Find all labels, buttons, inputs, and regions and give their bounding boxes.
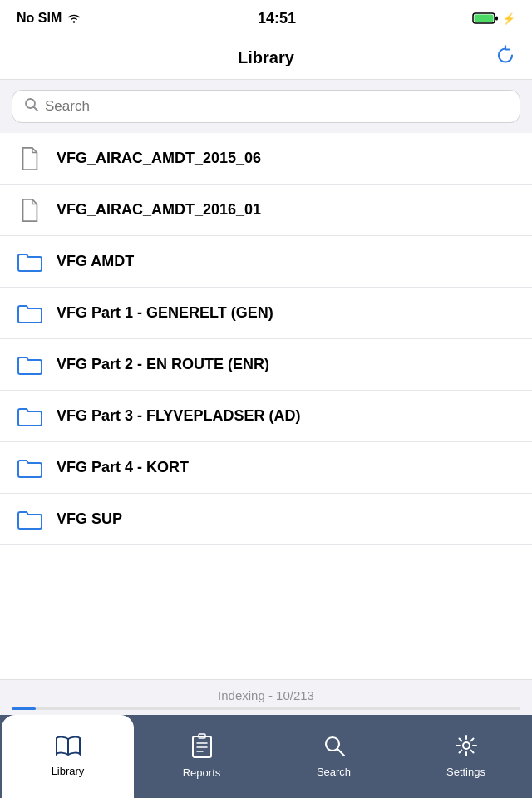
wifi-icon (66, 12, 81, 24)
tab-search[interactable]: Search (268, 715, 400, 798)
list-item[interactable]: VFG_AIRAC_AMDT_2016_01 (0, 185, 532, 236)
list-item[interactable]: VFG AMDT (0, 236, 532, 288)
indexing-text: Indexing - 10/213 (12, 688, 520, 702)
tab-settings[interactable]: Settings (400, 715, 532, 798)
tab-search-label: Search (317, 766, 351, 778)
list-item[interactable]: VFG_AIRAC_AMDT_2015_06 (0, 133, 532, 185)
main-content: VFG_AIRAC_AMDT_2015_06 VFG_AIRAC_AMDT_20… (0, 80, 532, 715)
reports-icon (191, 733, 213, 762)
refresh-button[interactable] (494, 43, 517, 72)
folder-icon (15, 457, 45, 479)
svg-rect-3 (495, 17, 498, 21)
search-tab-icon (323, 734, 346, 761)
list-item[interactable]: VFG Part 2 - EN ROUTE (ENR) (0, 339, 532, 391)
svg-line-13 (337, 749, 344, 756)
refresh-icon (494, 43, 517, 66)
tab-library[interactable]: Library (2, 715, 134, 798)
search-bar (12, 90, 520, 123)
status-time: 14:51 (258, 10, 296, 27)
tab-reports-label: Reports (183, 766, 221, 779)
search-container (0, 80, 532, 133)
svg-point-14 (463, 742, 470, 749)
item-label: VFG Part 4 - KORT (57, 459, 189, 476)
library-icon (55, 735, 81, 761)
battery-icon (472, 12, 499, 25)
file-list: VFG_AIRAC_AMDT_2015_06 VFG_AIRAC_AMDT_20… (0, 133, 532, 679)
list-item[interactable]: VFG Part 3 - FLYVEPLADSER (AD) (0, 391, 532, 442)
svg-rect-2 (474, 15, 493, 22)
svg-line-5 (34, 107, 38, 111)
tab-reports[interactable]: Reports (135, 715, 268, 798)
status-right: ⚡ (472, 12, 515, 25)
list-item[interactable]: VFG SUP (0, 494, 532, 545)
item-label: VFG Part 3 - FLYVEPLADSER (AD) (57, 407, 300, 425)
item-label: VFG Part 1 - GENERELT (GEN) (57, 304, 273, 322)
item-label: VFG SUP (57, 510, 122, 528)
page-title: Library (238, 48, 294, 67)
progress-fill (12, 707, 36, 710)
tab-library-label: Library (52, 765, 85, 777)
settings-icon (455, 734, 478, 761)
file-icon (15, 198, 45, 223)
folder-icon (15, 406, 45, 427)
folder-icon (15, 354, 45, 376)
status-bar: No SIM 14:51 ⚡ (0, 0, 532, 37)
svg-point-0 (73, 21, 76, 23)
charging-icon: ⚡ (502, 12, 515, 25)
progress-track (12, 707, 520, 710)
folder-icon (15, 303, 45, 324)
list-item[interactable]: VFG Part 1 - GENERELT (GEN) (0, 288, 532, 339)
carrier-label: No SIM (17, 11, 62, 26)
tab-bar: Library Reports Search (0, 715, 532, 798)
item-label: VFG AMDT (57, 253, 134, 270)
search-magnifier-icon (24, 97, 38, 116)
item-label: VFG_AIRAC_AMDT_2016_01 (57, 201, 261, 219)
tab-settings-label: Settings (446, 766, 485, 778)
header: Library (0, 37, 532, 80)
item-label: VFG_AIRAC_AMDT_2015_06 (57, 150, 261, 167)
folder-icon (15, 509, 45, 530)
item-label: VFG Part 2 - EN ROUTE (ENR) (57, 356, 269, 373)
indexing-bar: Indexing - 10/213 (0, 679, 532, 715)
search-input[interactable] (45, 98, 508, 115)
folder-icon (15, 251, 45, 273)
file-icon (15, 146, 45, 171)
list-item[interactable]: VFG Part 4 - KORT (0, 442, 532, 494)
status-left: No SIM (17, 11, 81, 26)
